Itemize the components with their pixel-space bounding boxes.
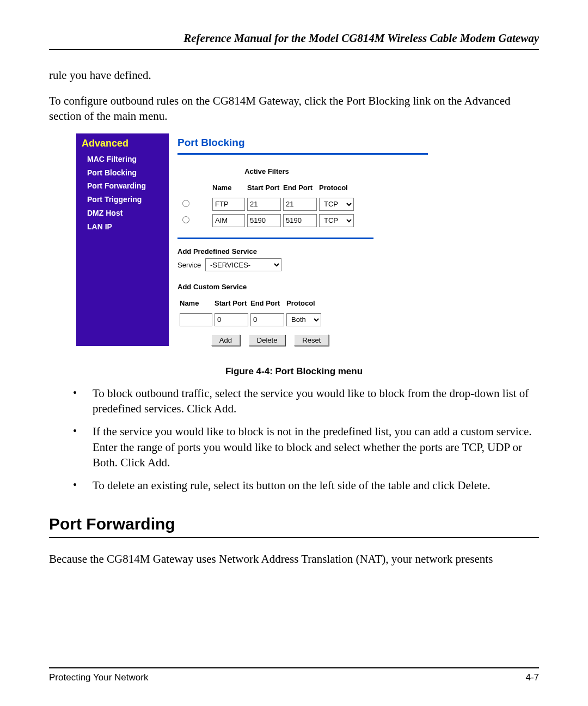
custom-name-input[interactable] [180, 313, 212, 326]
figure-caption: Figure 4-4: Port Blocking menu [49, 366, 539, 378]
custom-col-name: Name [180, 296, 212, 311]
panel-title: Port Blocking [177, 136, 436, 150]
footer-right: 4-7 [525, 672, 539, 684]
sidebar-title: Advanced [82, 136, 163, 152]
active-filter-row-ftp: TCP [180, 197, 354, 211]
active-filters-table: Active Filters Name Start Port End Port … [177, 167, 356, 230]
sidebar-item-port-forwarding[interactable]: Port Forwarding [82, 179, 163, 193]
panel-rule-mid [177, 238, 373, 239]
running-head: Reference Manual for the Model CG814M Wi… [49, 31, 539, 46]
paragraph-instructions: To configure outbound rules on the CG814… [49, 93, 539, 124]
col-proto: Protocol [319, 181, 354, 195]
delete-button[interactable]: Delete [249, 334, 286, 346]
active-name-ftp[interactable] [212, 198, 245, 211]
sidebar-item-dmz-host[interactable]: DMZ Host [82, 206, 163, 220]
bullet-delete-rule: To delete an existing rule, select its b… [73, 478, 539, 493]
section-heading-port-forwarding: Port Forwarding [49, 513, 539, 535]
active-filter-radio-aim[interactable] [182, 216, 189, 223]
active-filter-row-aim: TCP [180, 214, 354, 228]
custom-input-row: Both [180, 313, 321, 327]
active-filters-caption: Active Filters [177, 167, 356, 179]
active-filter-radio-ftp[interactable] [182, 200, 189, 207]
footer-rule [49, 667, 539, 668]
panel-rule-top [177, 153, 428, 155]
active-name-aim[interactable] [212, 214, 245, 227]
footer-left: Protecting Your Network [49, 672, 148, 684]
custom-col-end: End Port [250, 296, 284, 311]
custom-proto-select[interactable]: Both [286, 313, 321, 326]
section-rule [49, 537, 539, 538]
custom-col-start: Start Port [215, 296, 248, 311]
predefined-label: Service [177, 261, 201, 269]
predefined-row: Service -SERVICES- [177, 258, 436, 271]
predefined-heading: Add Predefined Service [177, 247, 436, 257]
bullet-block-outbound: To block outbound traffic, select the se… [73, 386, 539, 417]
col-name: Name [212, 181, 245, 195]
panel-port-blocking: Port Blocking Active Filters Name Start … [169, 133, 436, 345]
sidebar-item-mac-filtering[interactable]: MAC Filtering [82, 153, 163, 166]
col-start: Start Port [247, 181, 281, 195]
active-end-aim[interactable] [283, 214, 317, 227]
active-start-ftp[interactable] [247, 198, 281, 211]
custom-start-input[interactable] [215, 313, 248, 326]
add-button[interactable]: Add [211, 334, 240, 346]
header-rule [49, 49, 539, 50]
active-end-ftp[interactable] [283, 198, 317, 211]
col-end: End Port [283, 181, 317, 195]
bullet-custom-service: If the service you would like to block i… [73, 424, 539, 470]
custom-service-table: Name Start Port End Port Protocol Both [177, 294, 323, 329]
ui-port-blocking: Advanced MAC Filtering Port Blocking Por… [76, 133, 436, 345]
custom-col-proto: Protocol [286, 296, 321, 311]
custom-header-row: Name Start Port End Port Protocol [180, 296, 321, 311]
page-footer: Protecting Your Network 4-7 [49, 667, 539, 684]
active-proto-ftp[interactable]: TCP [319, 198, 354, 211]
active-proto-aim[interactable]: TCP [319, 214, 354, 227]
body-text: rule you have defined. To configure outb… [49, 68, 539, 124]
page: Reference Manual for the Model CG814M Wi… [0, 0, 588, 706]
paragraph-continuation: rule you have defined. [49, 68, 539, 83]
sidebar-advanced: Advanced MAC Filtering Port Blocking Por… [76, 133, 169, 345]
sidebar-item-port-triggering[interactable]: Port Triggering [82, 193, 163, 206]
figure-port-blocking: Advanced MAC Filtering Port Blocking Por… [76, 133, 539, 345]
sidebar-item-port-blocking[interactable]: Port Blocking [82, 166, 163, 180]
reset-button[interactable]: Reset [294, 334, 329, 346]
active-start-aim[interactable] [247, 214, 281, 227]
closing-text: Because the CG814M Gateway uses Network … [49, 551, 539, 567]
active-filters-header-row: Name Start Port End Port Protocol [180, 181, 354, 195]
sidebar-item-lan-ip[interactable]: LAN IP [82, 220, 163, 234]
predefined-service-select[interactable]: -SERVICES- [205, 258, 281, 271]
button-row: Add Delete Reset [177, 334, 363, 346]
instruction-list: To block outbound traffic, select the se… [49, 386, 539, 494]
custom-end-input[interactable] [250, 313, 284, 326]
custom-heading: Add Custom Service [177, 282, 436, 292]
closing-paragraph: Because the CG814M Gateway uses Network … [49, 551, 539, 567]
